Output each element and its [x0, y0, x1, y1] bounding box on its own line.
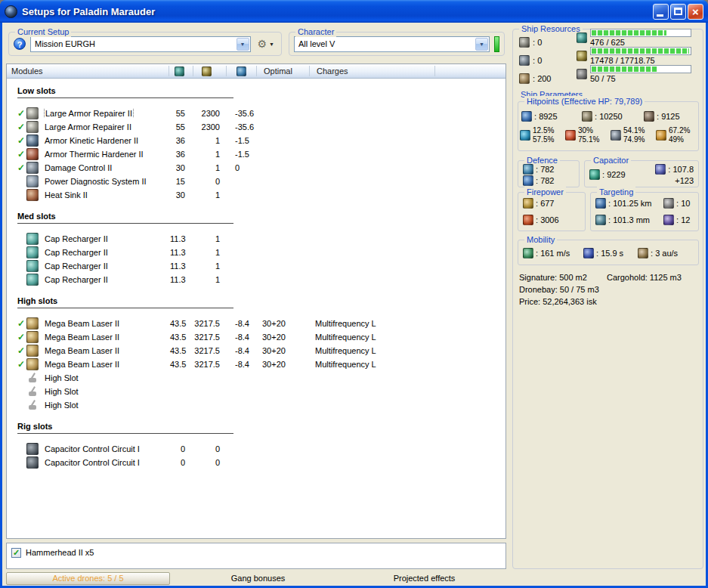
cpu-value: 30	[170, 163, 193, 172]
price-text: Price: 52,264,363 isk	[519, 297, 597, 306]
chevron-down-icon: ▼	[269, 42, 274, 47]
cap-value: -35.6	[235, 122, 262, 132]
hitpoints-label: Hitpoints (Effective HP: 79,789)	[524, 96, 645, 107]
cap-value: -1.5	[235, 136, 262, 145]
module-row[interactable]: Capacitor Control Circuit I 0 0	[7, 442, 505, 456]
charges-value: Multifrequency L	[315, 360, 505, 369]
cpu-value: 43.5	[170, 360, 193, 369]
capacitor-icon	[589, 169, 600, 180]
max-velocity: 161 m/s	[536, 249, 570, 258]
optimal-column-header[interactable]: Optimal	[264, 67, 292, 76]
cpu-value: 11.3	[170, 234, 193, 243]
defence-value-1: 782	[536, 165, 554, 174]
setup-tools-button[interactable]: ⚙ ▼	[255, 37, 277, 51]
drone-checkbox[interactable]: ✓	[11, 548, 21, 558]
module-row[interactable]: ✓ Mega Beam Laser II 43.5 3217.5 -8.4 30…	[7, 317, 505, 330]
module-row[interactable]: ✓ Mega Beam Laser II 43.5 3217.5 -8.4 30…	[7, 344, 505, 357]
kinetic-resists: 54.1% 74.9%	[611, 126, 645, 144]
module-row[interactable]: ✓ Damage Control II 30 1 0	[7, 161, 505, 175]
capacitor-column-icon[interactable]	[237, 67, 246, 76]
module-row[interactable]: Heat Sink II 30 1	[7, 188, 505, 202]
module-name: High Slot	[42, 387, 170, 396]
module-row[interactable]: Cap Recharger II 11.3 1	[7, 259, 505, 273]
drone-row[interactable]: ✓ Hammerhead II x5	[11, 546, 501, 559]
explosive-resists: 67.2% 49%	[656, 126, 690, 144]
minimize-button[interactable]	[653, 4, 669, 20]
active-check-icon: ✓	[16, 317, 26, 330]
max-targets: 10	[676, 199, 690, 208]
module-row[interactable]: ✓ Mega Beam Laser II 43.5 3217.5 -8.4 30…	[7, 357, 505, 371]
sensor-strength-icon	[663, 215, 674, 225]
calibration-icon	[519, 73, 530, 84]
module-row[interactable]: Power Diagnostic System II 15 0	[7, 175, 505, 188]
column-separator[interactable]	[226, 66, 227, 76]
explosive-resist-icon	[656, 130, 666, 141]
targeting-range-icon	[595, 198, 606, 209]
shield-hp: 8925	[521, 111, 558, 122]
module-row[interactable]: Capacitor Control Circuit I 0 0	[7, 456, 505, 469]
cpu-column-icon[interactable]	[175, 67, 184, 76]
targeting-box: Targeting 101.25 km 10 101.3 mm 12	[590, 192, 699, 231]
cpu-value: 15	[170, 177, 193, 186]
shield-recharge-icon	[523, 164, 533, 175]
turret-slots: 0	[519, 36, 542, 49]
armor-icon	[582, 111, 592, 122]
firepower-label: Firepower	[524, 187, 566, 197]
module-row[interactable]: Cap Recharger II 11.3 1	[7, 246, 505, 259]
cap-recharge-rate: 107.8	[668, 165, 694, 174]
empty-slot-row[interactable]: High Slot	[7, 398, 505, 412]
title-bar[interactable]: Setups for Paladin Marauder ×	[0, 0, 708, 23]
em-resists: 12.5% 57.5%	[520, 126, 554, 144]
module-row[interactable]: ✓ Large Armor Repairer II 55 2300 -35.6	[7, 107, 505, 120]
charges-column-header[interactable]: Charges	[317, 67, 348, 76]
module-row[interactable]: Cap Recharger II 11.3 1	[7, 273, 505, 286]
close-button[interactable]: ×	[688, 4, 703, 20]
cargohold-text: Cargohold: 1125 m3	[607, 273, 682, 282]
empty-turret-icon	[26, 399, 39, 411]
module-name: High Slot	[42, 401, 170, 410]
module-row[interactable]: ✓ Large Armor Repairer II 55 2300 -35.6	[7, 120, 505, 134]
projected-effects-tab[interactable]: Projected effects	[342, 574, 506, 583]
setup-select[interactable]: Mission EURGH ▼	[30, 36, 251, 52]
calibration: 200	[519, 72, 551, 85]
column-separator[interactable]	[168, 66, 169, 76]
powergrid-column-icon[interactable]	[202, 67, 212, 76]
cap-value: -8.4	[235, 360, 262, 369]
window-buttons: ×	[653, 4, 703, 20]
module-row[interactable]: ✓ Armor Kinetic Hardener II 36 1 -1.5	[7, 134, 505, 147]
column-separator[interactable]	[193, 66, 193, 76]
module-row[interactable]: ✓ Armor Thermic Hardener II 36 1 -1.5	[7, 147, 505, 161]
setup-select-arrow-button[interactable]: ▼	[237, 38, 249, 51]
module-name: Large Armor Repairer II	[42, 109, 170, 118]
column-separator[interactable]	[309, 66, 310, 76]
gang-bonuses-tab[interactable]: Gang bonuses	[174, 574, 342, 583]
cpu-value: 0	[170, 444, 193, 453]
module-name: Power Diagnostic System II	[42, 177, 170, 186]
dronebay-resource: 50 / 75	[577, 67, 691, 81]
maximize-button[interactable]	[670, 4, 686, 20]
hitpoints-box: Hitpoints (Effective HP: 79,789) 8925 10…	[518, 101, 699, 151]
module-row[interactable]: ✓ Mega Beam Laser II 43.5 3217.5 -8.4 30…	[7, 330, 505, 344]
thermal-resists: 30% 75.1%	[565, 126, 599, 144]
empty-slot-row[interactable]: High Slot	[7, 371, 505, 385]
cap-recharger-icon	[26, 246, 39, 258]
help-icon[interactable]: ?	[14, 38, 26, 50]
character-select-arrow-button[interactable]: ▼	[475, 38, 488, 51]
active-drones-button[interactable]: Active drones: 5 / 5	[6, 572, 170, 585]
calibration-free: 200	[533, 74, 551, 83]
modules-column-header[interactable]: Modules	[11, 67, 43, 76]
launcher-slots-free: 0	[533, 56, 542, 65]
dronebay-bar	[590, 65, 691, 73]
defence-box: Defence 782 782	[518, 160, 580, 187]
drones-panel: ✓ Hammerhead II x5	[6, 543, 506, 569]
module-row[interactable]: Cap Recharger II 11.3 1	[7, 232, 505, 246]
column-separator[interactable]	[256, 66, 257, 76]
powergrid-resource: 17478 / 17718.75	[577, 49, 691, 63]
setup-select-value: Mission EURGH	[35, 39, 236, 48]
character-select[interactable]: All level V ▼	[294, 36, 490, 52]
powergrid-value: 1	[193, 275, 224, 284]
empty-slot-row[interactable]: High Slot	[7, 385, 505, 398]
column-separator[interactable]	[434, 66, 435, 76]
active-check-icon: ✓	[16, 330, 26, 344]
rig-icon	[26, 443, 39, 455]
